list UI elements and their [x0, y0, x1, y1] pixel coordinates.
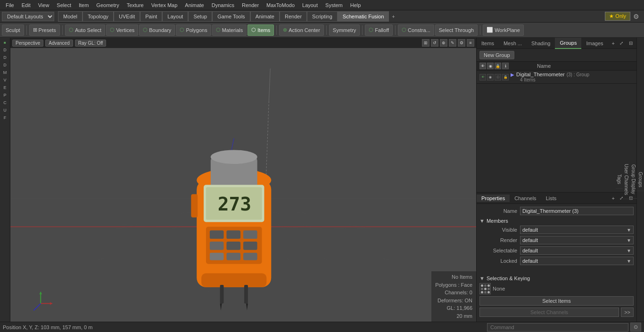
sel-keying-header[interactable]: ▼ Selection & Keying [479, 275, 634, 281]
menu-render[interactable]: Render [238, 1, 263, 9]
left-tool-5[interactable]: M [1, 69, 9, 76]
falloff-btn[interactable]: ⬡ Falloff [365, 24, 393, 36]
left-tool-8[interactable]: P [1, 92, 9, 98]
left-tool-3[interactable]: D [1, 54, 9, 61]
rp-collapse-icon[interactable]: ⊟ [627, 40, 635, 47]
perspective-btn[interactable]: Perspective [12, 40, 43, 47]
command-circle-btn[interactable]: ⊙ [630, 323, 641, 332]
rp-tab-shading[interactable]: Shading [527, 38, 555, 49]
locked-dropdown[interactable]: default ▼ [520, 257, 634, 265]
materials-btn[interactable]: ⬡ Materials [212, 24, 247, 36]
left-tool-7[interactable]: E [1, 84, 9, 91]
tab-render[interactable]: Render [280, 11, 307, 22]
group-item-thermometer[interactable]: 👁 ◉ □ 🔓 ▶ Digital_Thermometer (3) : Grou… [477, 71, 636, 84]
keying-arrow-btn[interactable]: >> [621, 308, 634, 317]
vp-icon-5[interactable]: ⚙ [458, 39, 465, 47]
tab-gametools[interactable]: Game Tools [212, 11, 250, 22]
layouts-dropdown[interactable]: Default Layouts [2, 12, 54, 21]
select-through-btn[interactable]: Select Through [435, 24, 478, 36]
vp-icon-6[interactable]: ≡ [467, 39, 474, 47]
props-tab-properties[interactable]: Properties [477, 194, 510, 202]
gi-sel-icon[interactable]: □ [495, 74, 501, 81]
left-tool-2[interactable]: D [1, 47, 9, 53]
menu-geometry[interactable]: Geometry [92, 1, 123, 9]
visible-dropdown[interactable]: default ▼ [520, 226, 634, 234]
rp-tab-images[interactable]: Images [581, 38, 608, 49]
tab-uvedit[interactable]: UVEdit [114, 11, 140, 22]
menu-view[interactable]: View [34, 1, 53, 9]
col-render-icon[interactable]: ◉ [487, 63, 494, 69]
menu-select[interactable]: Select [53, 1, 75, 9]
menu-maxtomodo[interactable]: MaxToModo [263, 1, 298, 9]
menu-dynamics[interactable]: Dynamics [208, 1, 238, 9]
command-input[interactable] [487, 323, 628, 332]
menu-system[interactable]: System [322, 1, 347, 9]
render-dropdown[interactable]: default ▼ [520, 236, 634, 244]
menu-file[interactable]: File [2, 1, 18, 9]
viewport[interactable]: Perspective Advanced Ray GL: Off ⊞ ↺ ⊕ ✎… [10, 38, 476, 322]
star-label[interactable]: ★ Only [605, 12, 630, 21]
action-center-btn[interactable]: ⊕ Action Center [279, 24, 324, 36]
tab-schematic-fusion[interactable]: Schematic Fusion [338, 11, 389, 22]
left-tool-6[interactable]: V [1, 77, 9, 83]
left-tool-9[interactable]: C [1, 99, 9, 106]
selectable-dropdown[interactable]: default ▼ [520, 246, 634, 255]
props-tab-channels[interactable]: Channels [510, 194, 541, 202]
rp-tab-mesh[interactable]: Mesh ... [499, 38, 527, 49]
menu-item[interactable]: Item [75, 1, 92, 9]
vp-icon-2[interactable]: ↺ [431, 39, 438, 47]
rp-expand-icon[interactable]: ⤢ [618, 40, 625, 47]
tab-model[interactable]: Model [58, 11, 83, 22]
left-tool-10[interactable]: U [1, 107, 9, 113]
advanced-btn[interactable]: Advanced [45, 40, 73, 47]
tab-paint[interactable]: Paint [140, 11, 162, 22]
rp-tab-groups[interactable]: Groups [555, 38, 581, 49]
menu-texture[interactable]: Texture [123, 1, 148, 9]
constraints-btn[interactable]: ⬡ Constra... [398, 24, 434, 36]
props-tab-lists[interactable]: Lists [541, 194, 561, 202]
auto-select-btn[interactable]: ⬡ Auto Select [65, 24, 105, 36]
raygl-btn[interactable]: Ray GL: Off [75, 40, 107, 47]
menu-help[interactable]: Help [347, 1, 365, 9]
vp-icon-3[interactable]: ⊕ [440, 39, 447, 47]
col-info-icon[interactable]: ℹ [502, 63, 509, 69]
rs-tab-groups[interactable]: Groups [637, 168, 644, 192]
col-lock-icon[interactable]: 🔒 [495, 63, 501, 69]
symmetry-btn[interactable]: Symmetry [329, 24, 360, 36]
select-items-btn[interactable]: Select Items [479, 296, 634, 306]
presets-btn[interactable]: ⊞ Presets [29, 24, 60, 36]
polygons-btn[interactable]: ⬡ Polygons [176, 24, 211, 36]
gi-eye-icon[interactable]: 👁 [479, 74, 486, 81]
rs-tab-tags[interactable]: Tags [616, 170, 623, 188]
left-tool-11[interactable]: F [1, 114, 9, 121]
col-eye-icon[interactable]: 👁 [479, 63, 486, 69]
members-header[interactable]: ▼ Members [479, 218, 634, 224]
boundary-btn[interactable]: ⬡ Boundary [139, 24, 175, 36]
canvas-area[interactable]: 273 [10, 48, 476, 322]
tab-add[interactable]: + [389, 13, 397, 20]
vp-icon-4[interactable]: ✎ [449, 39, 456, 47]
tab-scripting[interactable]: Scripting [307, 11, 338, 22]
rp-tab-plus[interactable]: + [609, 40, 618, 47]
rs-tab-user-channels[interactable]: User Channels [623, 160, 630, 199]
menu-vertexmap[interactable]: Vertex Map [148, 1, 182, 9]
tab-topology[interactable]: Topology [83, 11, 114, 22]
left-tool-1[interactable]: ■ [1, 39, 9, 46]
name-input[interactable] [520, 207, 634, 215]
workplane-btn[interactable]: ⬜ WorkPlane [483, 24, 524, 36]
gi-lock-icon[interactable]: 🔓 [502, 74, 509, 81]
menu-edit[interactable]: Edit [18, 1, 34, 9]
menu-layout[interactable]: Layout [298, 1, 322, 9]
vertices-btn[interactable]: ⬡ Vertices [106, 24, 138, 36]
items-btn[interactable]: ⬡ Items [248, 24, 274, 36]
menu-animate[interactable]: Animate [181, 1, 207, 9]
gi-render-icon[interactable]: ◉ [487, 74, 494, 81]
tab-animate[interactable]: Animate [250, 11, 280, 22]
rs-tab-group-display[interactable]: Group Display [630, 161, 637, 198]
vp-icon-1[interactable]: ⊞ [422, 39, 429, 47]
select-channels-btn[interactable]: Select Channels [479, 308, 619, 317]
props-tab-plus[interactable]: + [609, 194, 618, 202]
tab-layout[interactable]: Layout [162, 11, 188, 22]
tab-setup[interactable]: Setup [188, 11, 212, 22]
new-group-btn[interactable]: New Group [479, 51, 514, 59]
